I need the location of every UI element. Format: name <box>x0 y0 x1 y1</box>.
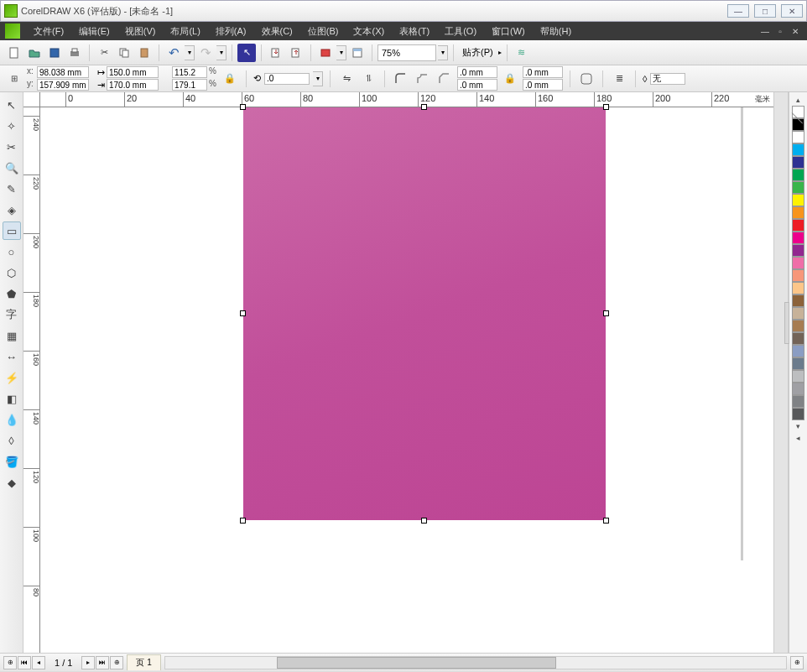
horizontal-scrollbar[interactable] <box>164 656 787 669</box>
ellipse-tool[interactable]: ○ <box>3 242 21 261</box>
palette-up-button[interactable]: ▴ <box>794 94 802 106</box>
text-tool[interactable]: 字 <box>3 305 21 324</box>
dimension-tool[interactable]: ↔ <box>3 347 21 366</box>
page-first-button[interactable]: ⏮ <box>18 656 31 669</box>
color-swatch[interactable] <box>792 206 804 219</box>
lock-ratio-button[interactable]: 🔒 <box>221 70 239 88</box>
palette-down-button[interactable]: ▾ <box>794 420 802 432</box>
rotation-field[interactable]: .0 <box>264 73 310 85</box>
color-swatch[interactable] <box>792 269 804 282</box>
wrap-text-button[interactable]: ≣ <box>610 70 628 88</box>
color-swatch[interactable] <box>792 131 804 143</box>
eyedropper-tool[interactable]: 💧 <box>3 410 21 429</box>
new-button[interactable] <box>5 44 23 62</box>
color-swatch[interactable] <box>792 219 804 232</box>
search-button[interactable]: ↖ <box>237 44 256 62</box>
undo-button[interactable]: ↶ <box>164 44 183 62</box>
menu-edit[interactable]: 编辑(E) <box>72 23 117 40</box>
polygon-tool[interactable]: ⬡ <box>3 263 21 282</box>
handle-tm[interactable] <box>421 104 427 110</box>
maximize-button[interactable]: □ <box>754 4 776 18</box>
color-swatch[interactable] <box>792 244 804 257</box>
smart-fill-tool[interactable]: ◈ <box>3 201 21 219</box>
rectangle-tool[interactable]: ▭ <box>3 221 21 240</box>
color-swatch[interactable] <box>792 307 804 320</box>
undo-dropdown[interactable]: ▾ <box>185 45 195 60</box>
scale-x-field[interactable]: 115.2 <box>172 66 207 78</box>
welcome-button[interactable] <box>348 44 367 62</box>
mdi-close-button[interactable]: ✕ <box>789 25 802 37</box>
save-button[interactable] <box>45 44 64 62</box>
pick-tool[interactable]: ↖ <box>3 96 21 114</box>
menu-text[interactable]: 文本(X) <box>346 23 391 40</box>
corner-scallop-button[interactable] <box>414 70 432 88</box>
freehand-tool[interactable]: ✎ <box>3 180 21 198</box>
export-button[interactable] <box>287 44 305 62</box>
crop-tool[interactable]: ✂ <box>3 138 21 156</box>
page-add-left-button[interactable]: ⊕ <box>3 656 17 669</box>
basic-shapes-tool[interactable]: ⬟ <box>3 284 21 303</box>
ruler-corner[interactable] <box>23 92 40 107</box>
color-swatch[interactable] <box>792 282 804 294</box>
color-swatch[interactable] <box>792 181 804 194</box>
color-swatch[interactable] <box>792 332 804 345</box>
scale-y-field[interactable]: 179.1 <box>172 79 207 91</box>
corner-lock-button[interactable]: 🔒 <box>501 70 519 88</box>
mdi-minimize-button[interactable]: — <box>758 25 772 37</box>
handle-ml[interactable] <box>240 310 246 316</box>
copy-button[interactable] <box>115 44 133 62</box>
app-launcher-button[interactable] <box>316 44 335 62</box>
mirror-h-button[interactable]: ⇋ <box>337 70 356 88</box>
handle-bm[interactable] <box>421 518 427 524</box>
color-swatch[interactable] <box>792 257 804 269</box>
redo-dropdown[interactable]: ▾ <box>216 45 226 60</box>
x-field[interactable]: 98.038 mm <box>37 66 89 78</box>
menu-bitmap[interactable]: 位图(B) <box>301 23 346 40</box>
color-swatch[interactable] <box>792 232 804 244</box>
menu-arrange[interactable]: 排列(A) <box>209 23 253 40</box>
menu-table[interactable]: 表格(T) <box>393 23 436 40</box>
zoom-navigator-button[interactable]: ⊕ <box>790 656 804 669</box>
docker-grip[interactable] <box>784 302 789 344</box>
corner-tr-field[interactable]: .0 mm <box>523 66 563 78</box>
menu-file[interactable]: 文件(F) <box>27 23 70 40</box>
options-button[interactable]: ≋ <box>513 44 531 62</box>
shape-tool[interactable]: ✧ <box>3 117 21 135</box>
canvas[interactable] <box>40 107 773 653</box>
color-swatch[interactable] <box>792 143 804 156</box>
close-button[interactable]: ✕ <box>781 4 803 18</box>
color-swatch[interactable] <box>792 345 804 357</box>
corner-br-field[interactable]: .0 mm <box>523 79 563 91</box>
y-field[interactable]: 157.909 mm <box>37 79 89 91</box>
fill-tool[interactable]: 🪣 <box>3 452 21 471</box>
zoom-dropdown[interactable]: ▾ <box>438 45 448 60</box>
interactive-fill-tool[interactable]: ◆ <box>3 473 21 492</box>
color-swatch[interactable] <box>792 357 804 370</box>
handle-br[interactable] <box>603 518 609 524</box>
print-button[interactable] <box>65 44 84 62</box>
color-swatch[interactable] <box>792 370 804 383</box>
menu-view[interactable]: 视图(V) <box>118 23 163 40</box>
menu-tools[interactable]: 工具(O) <box>438 23 483 40</box>
zoom-tool[interactable]: 🔍 <box>3 159 21 177</box>
outline-tool[interactable]: ◊ <box>3 431 21 450</box>
selected-rectangle[interactable] <box>243 107 606 520</box>
open-button[interactable] <box>25 44 44 62</box>
page-prev-button[interactable]: ◂ <box>32 656 45 669</box>
page-add-right-button[interactable]: ⊕ <box>110 656 123 669</box>
mdi-restore-button[interactable]: ▫ <box>773 25 787 37</box>
width-field[interactable]: 150.0 mm <box>107 66 159 78</box>
color-swatch[interactable] <box>792 156 804 169</box>
corner-tl-field[interactable]: .0 mm <box>457 66 497 78</box>
app-launcher-dropdown[interactable]: ▾ <box>336 45 346 60</box>
corner-round-button[interactable] <box>392 70 410 88</box>
scroll-thumb[interactable] <box>277 657 556 669</box>
vertical-ruler[interactable]: 24022020018016014012010080 <box>23 107 40 653</box>
palette-flyout-button[interactable]: ◂ <box>794 432 802 444</box>
table-tool[interactable]: ▦ <box>3 326 21 345</box>
color-swatch[interactable] <box>792 383 804 395</box>
horizontal-ruler[interactable]: 毫米 020406080100120140160180200220 <box>40 92 773 107</box>
height-field[interactable]: 170.0 mm <box>107 79 159 91</box>
menu-layout[interactable]: 布局(L) <box>164 23 206 40</box>
corner-chamfer-button[interactable] <box>435 70 454 88</box>
